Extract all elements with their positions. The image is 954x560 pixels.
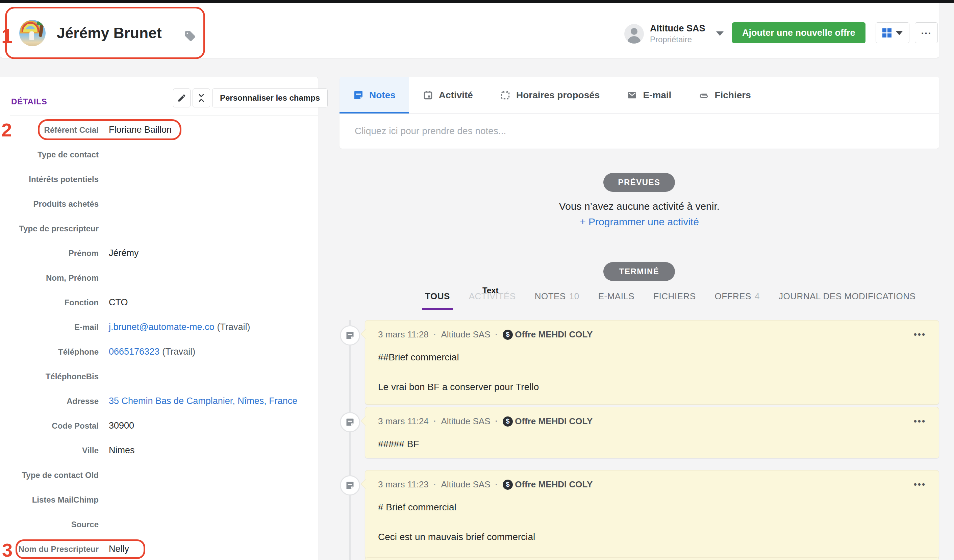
note-deal-link[interactable]: $ Offre MEHDI COLY bbox=[503, 416, 592, 426]
avatar-person-art bbox=[30, 31, 34, 40]
note-input-placeholder: Cliquez ici pour prendre des notes... bbox=[355, 126, 506, 137]
offres-count: 4 bbox=[755, 291, 760, 301]
tab-activity-label: Activité bbox=[439, 90, 473, 101]
field-row-telephonebis[interactable]: TéléphoneBis bbox=[0, 364, 318, 389]
note-card-header: 3 mars 11:23 · Altitude SAS · $ Offre ME… bbox=[378, 479, 926, 490]
pencil-icon bbox=[177, 93, 187, 103]
owner-caret-icon[interactable] bbox=[716, 31, 723, 36]
schedule-activity-link[interactable]: + Programmer une activité bbox=[340, 216, 939, 228]
field-row-code-postal[interactable]: Code Postal 30900 bbox=[0, 414, 318, 438]
note-menu-button[interactable]: ••• bbox=[914, 479, 926, 490]
activity-tabs-card: Notes Activité Horaires proposés E-mail … bbox=[340, 77, 939, 149]
note-type-icon bbox=[340, 325, 360, 345]
details-fields: Référent Ccial Floriane Baillon Type de … bbox=[0, 118, 318, 560]
tab-notes-label: Notes bbox=[369, 90, 396, 101]
notes-icon bbox=[353, 90, 364, 101]
note-type-icon bbox=[340, 475, 360, 496]
planned-badge: PRÉVUES bbox=[603, 173, 675, 192]
filter-offres[interactable]: OFFRES4 bbox=[715, 291, 760, 302]
details-divider bbox=[10, 115, 318, 116]
phone-link[interactable]: 0665176323 bbox=[109, 347, 159, 357]
owner-company: Altitude SAS bbox=[650, 23, 705, 34]
note-type-icon bbox=[340, 412, 360, 432]
email-link[interactable]: j.brunet@automate-me.co bbox=[109, 322, 215, 332]
field-row-source[interactable]: Source bbox=[0, 512, 318, 537]
owner-selector[interactable]: Altitude SAS Propriétaire bbox=[624, 22, 726, 46]
edit-details-button[interactable] bbox=[173, 89, 190, 107]
field-row-type-de-prescripteur[interactable]: Type de prescripteur bbox=[0, 216, 318, 241]
note-card: 3 mars 11:24 · Altitude SAS · $ Offre ME… bbox=[365, 407, 939, 458]
tab-proposed-times-label: Horaires proposés bbox=[516, 90, 600, 101]
field-row-listes-mailchimp[interactable]: Listes MailChimp bbox=[0, 487, 318, 512]
filter-fichiers[interactable]: FICHIERS bbox=[653, 291, 695, 302]
note-body-line: Ceci est un mauvais brief commercial bbox=[378, 532, 926, 543]
paperclip-icon bbox=[698, 90, 709, 101]
filter-journal[interactable]: JOURNAL DES MODIFICATIONS bbox=[779, 291, 915, 302]
timeline-line bbox=[349, 320, 351, 560]
field-row-nom-du-prescripteur[interactable]: Nom du Prescripteur Nelly bbox=[0, 537, 318, 560]
tab-files-label: Fichiers bbox=[714, 90, 751, 101]
field-row-interets-potentiels[interactable]: Intérêts potentiels bbox=[0, 167, 318, 191]
field-row-produits-achetes[interactable]: Produits achetés bbox=[0, 191, 318, 216]
field-row-email[interactable]: E-mail j.brunet@automate-me.co (Travail) bbox=[0, 315, 318, 339]
field-row-prenom[interactable]: Prénom Jérémy bbox=[0, 241, 318, 266]
note-body-line: Le vrai bon BF a conserver pour Trello bbox=[378, 382, 926, 392]
top-black-bar bbox=[0, 0, 954, 3]
contact-avatar[interactable] bbox=[19, 20, 45, 46]
add-offer-button[interactable]: Ajouter une nouvelle offre bbox=[732, 22, 865, 43]
field-row-telephone[interactable]: Téléphone 0665176323 (Travail) bbox=[0, 339, 318, 364]
filter-emails[interactable]: E-MAILS bbox=[598, 291, 635, 302]
note-deal-link[interactable]: $ Offre MEHDI COLY bbox=[503, 329, 592, 340]
avatar-palm-art bbox=[39, 23, 44, 37]
details-title: DÉTAILS bbox=[11, 97, 47, 106]
note-deal-link[interactable]: $ Offre MEHDI COLY bbox=[503, 479, 592, 490]
timeline-filters: TOUS ACTIVITÉS NOTES10 E-MAILS FICHIERS … bbox=[425, 291, 915, 302]
address-link[interactable]: 35 Chemin Bas de Camplanier, Nîmes, Fran… bbox=[109, 396, 297, 406]
envelope-icon bbox=[627, 90, 638, 101]
note-menu-button[interactable]: ••• bbox=[914, 329, 926, 340]
owner-role: Propriétaire bbox=[650, 35, 705, 44]
tab-notes[interactable]: Notes bbox=[340, 77, 409, 114]
empty-activity-text: Vous n’avez aucune activité à venir. bbox=[340, 201, 939, 212]
note-card-tail bbox=[361, 329, 370, 339]
notes-count: 10 bbox=[569, 291, 579, 301]
more-actions-button[interactable]: ... bbox=[915, 22, 938, 43]
deal-dollar-icon: $ bbox=[503, 480, 513, 490]
view-switcher-button[interactable] bbox=[876, 22, 909, 43]
grid-icon bbox=[882, 28, 892, 37]
field-row-nom-prenom[interactable]: Nom, Prénom bbox=[0, 266, 318, 290]
note-time: 3 mars 11:23 bbox=[378, 479, 429, 490]
tab-email[interactable]: E-mail bbox=[613, 77, 685, 114]
field-row-adresse[interactable]: Adresse 35 Chemin Bas de Camplanier, Nîm… bbox=[0, 389, 318, 414]
tab-files[interactable]: Fichiers bbox=[685, 77, 764, 114]
tag-icon[interactable] bbox=[184, 30, 196, 44]
deal-dollar-icon: $ bbox=[503, 417, 513, 426]
note-card-header: 3 mars 11:28 · Altitude SAS · $ Offre ME… bbox=[378, 329, 926, 340]
note-body-line: ##Brief commercial bbox=[378, 352, 926, 363]
note-menu-button[interactable]: ••• bbox=[914, 416, 926, 426]
filter-activites[interactable]: ACTIVITÉS bbox=[469, 291, 516, 302]
field-row-ville[interactable]: Ville Nimes bbox=[0, 438, 318, 463]
field-row-type-de-contact-old[interactable]: Type de contact Old bbox=[0, 463, 318, 487]
tab-email-label: E-mail bbox=[643, 90, 671, 101]
note-card: 3 mars 11:28 · Altitude SAS · $ Offre ME… bbox=[365, 320, 939, 404]
tab-activity[interactable]: Activité bbox=[409, 77, 486, 114]
avatar-rainbow-art bbox=[22, 22, 39, 32]
field-row-referent-ccial[interactable]: Référent Ccial Floriane Baillon bbox=[0, 118, 318, 142]
filter-tous[interactable]: TOUS bbox=[425, 291, 450, 302]
field-row-fonction[interactable]: Fonction CTO bbox=[0, 290, 318, 315]
note-card-tail bbox=[361, 479, 370, 489]
calendar-dashed-icon bbox=[500, 90, 511, 101]
field-row-type-de-contact[interactable]: Type de contact bbox=[0, 142, 318, 167]
note-org: Altitude SAS bbox=[441, 329, 491, 340]
filter-notes[interactable]: NOTES10 bbox=[535, 291, 579, 302]
note-body-line: ##### BF bbox=[378, 439, 926, 450]
collapse-fields-button[interactable] bbox=[193, 89, 210, 107]
contact-name: Jérémy Brunet bbox=[57, 25, 162, 42]
tab-proposed-times[interactable]: Horaires proposés bbox=[486, 77, 613, 114]
note-input[interactable]: Cliquez ici pour prendre des notes... bbox=[340, 114, 939, 148]
note-body-line: # Brief commercial bbox=[378, 502, 926, 513]
deal-dollar-icon: $ bbox=[503, 330, 513, 340]
owner-meta: Altitude SAS Propriétaire bbox=[650, 23, 705, 44]
customize-fields-button[interactable]: Personnaliser les champs bbox=[212, 89, 328, 107]
